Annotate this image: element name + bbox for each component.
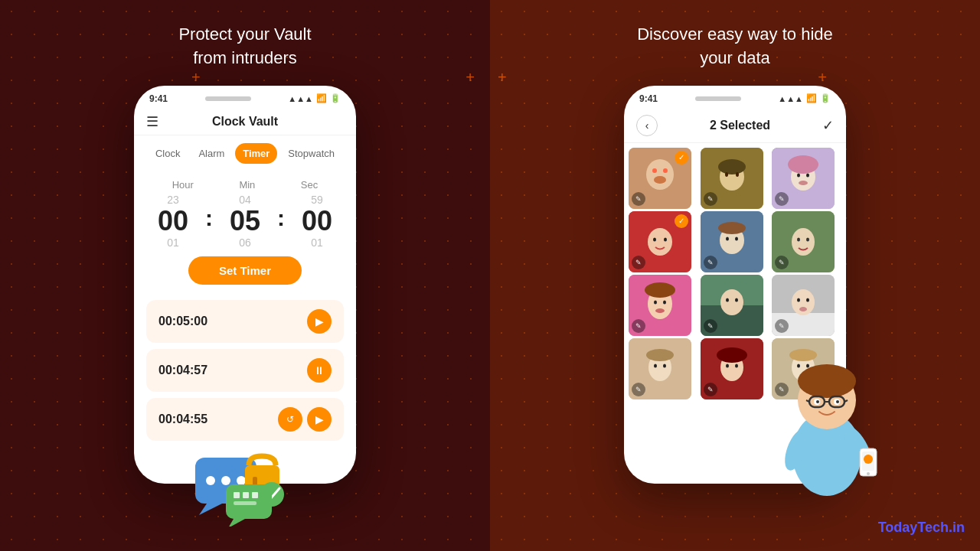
svg-point-53	[726, 298, 729, 302]
photo-cell-5[interactable]: ✎	[701, 211, 763, 272]
svg-point-70	[735, 364, 738, 367]
photo-cell-9[interactable]: ✎	[772, 275, 835, 336]
right-phone-wrapper: 9:41 ▲▲▲ 📶 🔋 ‹ 2 Selected ✓	[624, 86, 846, 484]
svg-point-52	[720, 289, 743, 315]
tab-clock[interactable]: Clock	[148, 143, 188, 164]
right-panel-title: Discover easy way to hide your data	[637, 23, 833, 70]
wifi-icon: 📶	[316, 93, 327, 103]
edit-badge-4: ✎	[632, 256, 645, 269]
tab-alarm[interactable]: Alarm	[191, 143, 232, 164]
back-button[interactable]: ‹	[636, 115, 658, 136]
left-panel-title: Protect your Vault from intruders	[178, 23, 311, 70]
svg-point-43	[806, 237, 809, 241]
clock-vault-header: ☰ Clock Vault	[134, 109, 356, 135]
svg-point-33	[664, 237, 667, 241]
svg-point-63	[646, 349, 674, 361]
edit-badge-6: ✎	[775, 256, 789, 269]
timer-above-min: 04	[239, 194, 251, 206]
character-decoration	[762, 335, 892, 499]
selected-badge-4: ✓	[675, 214, 688, 228]
svg-point-49	[655, 308, 665, 313]
timer-col-min[interactable]: 04 05 06	[230, 194, 260, 249]
timer-col-sec[interactable]: 59 00 01	[302, 194, 332, 249]
right-panel: + + + Discover easy way to hide your dat…	[490, 0, 980, 551]
svg-point-47	[654, 300, 657, 304]
svg-point-37	[718, 222, 746, 234]
timer-reset-btn-3[interactable]: ↺	[278, 407, 302, 432]
timer-col-hour[interactable]: 23 00 01	[158, 194, 188, 249]
photo-header: ‹ 2 Selected ✓	[624, 109, 846, 143]
timer-time-3: 00:04:55	[158, 412, 207, 426]
edit-badge-3: ✎	[775, 192, 789, 206]
svg-rect-10	[243, 492, 249, 498]
svg-point-31	[648, 228, 672, 256]
timer-list: 00:05:00 ▶ 00:04:57 ⏸ 00:04:55 ↺ ▶	[134, 300, 356, 441]
left-time: 9:41	[149, 93, 168, 104]
svg-point-29	[799, 181, 808, 185]
photo-cell-10[interactable]: ✎	[629, 338, 691, 399]
tab-stopwatch[interactable]: Stopwatch	[280, 143, 342, 164]
photo-cell-7[interactable]: ✎	[629, 275, 691, 336]
timer-labels: Hour Min Sec	[149, 179, 341, 191]
plus-deco-4: +	[498, 69, 507, 86]
svg-point-92	[867, 472, 870, 475]
photo-cell-1[interactable]: ✓ ✎	[629, 148, 691, 209]
svg-point-1	[206, 476, 215, 485]
right-notch	[695, 96, 741, 101]
timer-above-hour: 23	[167, 194, 179, 206]
photo-cell-6[interactable]: ✎	[772, 211, 835, 272]
edit-badge-9: ✎	[775, 319, 789, 333]
timer-play-btn-1[interactable]: ▶	[307, 309, 332, 334]
edit-badge-8: ✎	[704, 319, 717, 333]
right-status-bar: 9:41 ▲▲▲ 📶 🔋	[624, 86, 846, 109]
timer-time-2: 00:04:57	[158, 364, 207, 377]
svg-point-58	[797, 298, 800, 302]
right-time: 9:41	[639, 93, 658, 104]
timer-main-min: 05	[230, 207, 260, 235]
photo-cell-2[interactable]: ✎	[701, 148, 763, 209]
edit-badge-10: ✎	[632, 383, 645, 396]
left-status-bar: 9:41 ▲▲▲ 📶 🔋	[134, 86, 356, 109]
edit-badge-1: ✎	[632, 192, 645, 206]
timer-below-min: 06	[239, 236, 251, 249]
svg-point-60	[799, 307, 807, 311]
svg-rect-12	[234, 501, 256, 505]
svg-marker-4	[199, 504, 222, 515]
edit-badge-7: ✎	[632, 319, 645, 333]
photo-cell-8[interactable]: ✎	[701, 275, 763, 336]
set-timer-button[interactable]: Set Timer	[188, 256, 302, 285]
tabs-row: Clock Alarm Timer Stopwatch	[134, 135, 356, 171]
timer-below-hour: 01	[167, 236, 179, 249]
plus-deco-2: +	[466, 69, 475, 86]
menu-icon[interactable]: ☰	[146, 113, 158, 130]
label-sec: Sec	[301, 179, 318, 191]
svg-point-54	[735, 298, 738, 302]
photo-cell-4[interactable]: ✓ ✎	[629, 211, 691, 272]
timer-colon-1: :	[205, 205, 213, 231]
photo-cell-3[interactable]: ✎	[772, 148, 835, 209]
clock-vault-title: Clock Vault	[212, 115, 278, 129]
checkmark-icon[interactable]: ✓	[822, 117, 834, 134]
timer-item-2: 00:04:57 ⏸	[146, 349, 344, 392]
svg-point-41	[792, 228, 815, 256]
right-signal-icon: ▲▲▲	[778, 94, 803, 103]
svg-point-69	[726, 364, 729, 367]
tab-timer[interactable]: Timer	[235, 143, 277, 164]
svg-point-21	[718, 159, 746, 174]
edit-badge-5: ✎	[704, 256, 717, 269]
svg-point-68	[717, 347, 747, 363]
timer-play-btn-3[interactable]: ▶	[307, 407, 332, 432]
main-container: + + + Protect your Vault from intruders …	[0, 0, 980, 551]
svg-point-46	[645, 282, 675, 298]
brand-text: TodayTech.in	[878, 520, 965, 536]
svg-point-23	[736, 172, 739, 177]
right-wifi-icon: 📶	[806, 93, 817, 103]
svg-point-87	[836, 400, 839, 403]
svg-point-16	[652, 168, 657, 173]
svg-rect-9	[234, 492, 240, 498]
timer-pause-btn-2[interactable]: ⏸	[307, 358, 332, 383]
left-phone: 9:41 ▲▲▲ 📶 🔋 ☰ Clock Vault Clock	[134, 86, 356, 484]
photo-cell-11[interactable]: ✎	[701, 338, 763, 399]
svg-point-27	[797, 173, 800, 177]
timer-main-sec: 00	[302, 207, 332, 235]
